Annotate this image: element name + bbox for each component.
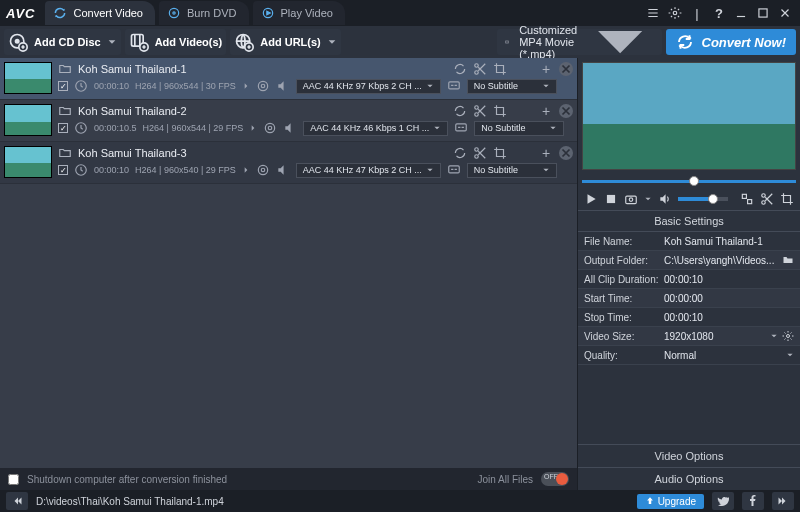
svg-rect-32: [626, 196, 637, 204]
scissors-icon[interactable]: [473, 146, 487, 160]
remove-icon[interactable]: [559, 62, 573, 76]
output-profile-select[interactable]: Customized MP4 Movie (*.mp4): [497, 29, 661, 55]
tab-play-video[interactable]: Play Video: [253, 1, 345, 25]
help-icon[interactable]: ?: [710, 4, 728, 22]
add-cd-disc-button[interactable]: Add CD Disc: [4, 29, 121, 55]
svg-rect-34: [742, 194, 746, 198]
duration: 00:00:10: [94, 165, 129, 175]
scissors-icon[interactable]: [473, 62, 487, 76]
tab-label: Burn DVD: [187, 7, 237, 19]
checkbox[interactable]: ✓: [58, 81, 68, 91]
svg-point-17: [261, 84, 265, 88]
popout-icon[interactable]: [740, 192, 754, 206]
remove-icon[interactable]: [559, 104, 573, 118]
tab-burn-dvd[interactable]: Burn DVD: [159, 1, 249, 25]
add-urls-button[interactable]: Add URL(s): [230, 29, 341, 55]
remove-icon[interactable]: [559, 146, 573, 160]
audio-select[interactable]: AAC 44 KHz 47 Kbps 2 CH ...: [296, 163, 441, 178]
app-logo: AVC: [6, 6, 35, 21]
minimize-icon[interactable]: [732, 4, 750, 22]
target-icon[interactable]: [263, 121, 277, 135]
video-size-value[interactable]: 1920x1080: [664, 331, 766, 342]
chevron-down-icon[interactable]: [644, 195, 652, 203]
subtitle-select[interactable]: No Subtitle: [467, 79, 557, 94]
disc-icon: [167, 6, 181, 20]
output-folder-value[interactable]: C:\Users\yangh\Videos...: [664, 255, 778, 266]
folder-icon: [58, 62, 72, 76]
svg-point-13: [475, 64, 479, 68]
add-icon[interactable]: +: [539, 146, 553, 160]
crop-icon[interactable]: [493, 62, 507, 76]
basic-settings: Basic Settings File Name:Koh Samui Thail…: [578, 210, 800, 365]
crop-icon[interactable]: [493, 104, 507, 118]
add-videos-button[interactable]: Add Video(s): [125, 29, 227, 55]
start-time-value[interactable]: 00:00:00: [664, 293, 703, 304]
tab-convert-video[interactable]: Convert Video: [45, 1, 155, 25]
chevron-down-icon[interactable]: [770, 332, 778, 340]
subtitle-select[interactable]: No Subtitle: [474, 121, 564, 136]
subtitle-label: No Subtitle: [474, 81, 518, 91]
shutdown-checkbox[interactable]: [8, 474, 19, 485]
seek-bar[interactable]: [582, 174, 796, 188]
refresh-icon: [53, 6, 67, 20]
volume-icon[interactable]: [658, 192, 672, 206]
next-file-button[interactable]: [772, 492, 794, 510]
audio-select[interactable]: AAC 44 KHz 97 Kbps 2 CH ...: [296, 79, 441, 94]
audio-select[interactable]: AAC 44 KHz 46 Kbps 1 CH ...: [303, 121, 448, 136]
refresh-icon[interactable]: [453, 146, 467, 160]
close-icon[interactable]: [776, 4, 794, 22]
bottom-options: Shutdown computer after conversion finis…: [0, 468, 577, 490]
stop-time-value[interactable]: 00:00:10: [664, 312, 703, 323]
video-options-button[interactable]: Video Options: [578, 444, 800, 467]
file-row[interactable]: Koh Samui Thailand-3 + ✓ 00:00:10 H264 |…: [0, 142, 577, 184]
join-files-label: Join All Files: [477, 474, 533, 485]
maximize-icon[interactable]: [754, 4, 772, 22]
join-files-toggle[interactable]: OFF: [541, 472, 569, 486]
facebook-icon[interactable]: [742, 492, 764, 510]
audio-options-button[interactable]: Audio Options: [578, 467, 800, 490]
refresh-icon[interactable]: [453, 62, 467, 76]
snapshot-icon[interactable]: [624, 192, 638, 206]
folder-icon[interactable]: [782, 254, 794, 266]
crop-icon[interactable]: [780, 192, 794, 206]
speaker-icon: [276, 163, 290, 177]
stop-icon[interactable]: [604, 192, 618, 206]
upgrade-button[interactable]: Upgrade: [637, 494, 704, 509]
refresh-icon[interactable]: [453, 104, 467, 118]
checkbox[interactable]: ✓: [58, 123, 68, 133]
chevron-down-icon[interactable]: [786, 351, 794, 359]
convert-now-button[interactable]: Convert Now!: [666, 29, 797, 55]
file-row[interactable]: Koh Samui Thailand-1 + ✓ 00:00:10 H264 |…: [0, 58, 577, 100]
quality-value[interactable]: Normal: [664, 350, 782, 361]
svg-rect-18: [449, 82, 460, 89]
file-name-value[interactable]: Koh Samui Thailand-1: [664, 236, 763, 247]
crop-icon[interactable]: [493, 146, 507, 160]
quality-key: Quality:: [584, 350, 664, 361]
svg-point-6: [16, 40, 19, 43]
prev-file-button[interactable]: [6, 492, 28, 510]
settings-icon[interactable]: [666, 4, 684, 22]
twitter-icon[interactable]: [712, 492, 734, 510]
subtitle-select[interactable]: No Subtitle: [467, 163, 557, 178]
add-icon[interactable]: +: [539, 104, 553, 118]
scissors-icon[interactable]: [760, 192, 774, 206]
svg-point-3: [673, 11, 677, 15]
scissors-icon[interactable]: [473, 104, 487, 118]
thumbnail: [4, 104, 52, 136]
video-size-key: Video Size:: [584, 331, 664, 342]
target-icon[interactable]: [256, 79, 270, 93]
checkbox[interactable]: ✓: [58, 165, 68, 175]
right-panel: Basic Settings File Name:Koh Samui Thail…: [577, 58, 800, 490]
file-name: Koh Samui Thailand-3: [78, 147, 187, 159]
add-icon[interactable]: +: [539, 62, 553, 76]
gear-icon[interactable]: [782, 330, 794, 342]
button-label: Add CD Disc: [34, 36, 101, 48]
target-icon[interactable]: [256, 163, 270, 177]
play-icon[interactable]: [584, 192, 598, 206]
chevron-down-icon: [433, 124, 441, 132]
video-preview[interactable]: [582, 62, 796, 170]
volume-slider[interactable]: [678, 197, 728, 201]
video-meta: H264 | 960x544 | 29 FPS: [143, 123, 244, 133]
film-plus-icon: [129, 32, 149, 52]
file-row[interactable]: Koh Samui Thailand-2 + ✓ 00:00:10.5 H264…: [0, 100, 577, 142]
